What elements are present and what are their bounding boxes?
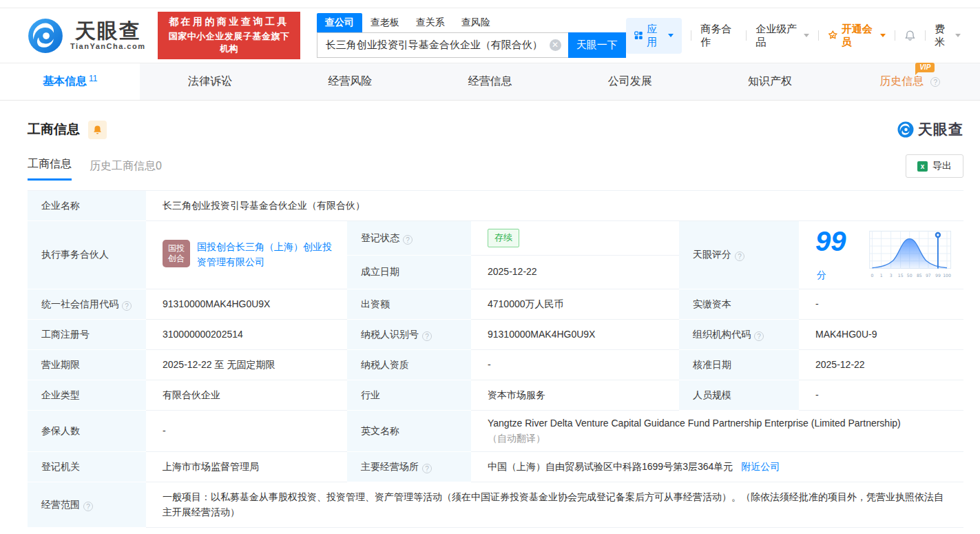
- tab-basic-info-label: 基本信息: [43, 74, 87, 89]
- field-label-taxpayer-id: 纳税人识别号?: [347, 320, 471, 350]
- field-label-english-name: 英文名称: [347, 411, 471, 452]
- help-icon[interactable]: ?: [403, 235, 413, 245]
- field-label-executive-partner: 执行事务合伙人: [28, 221, 146, 289]
- search-button[interactable]: 天眼一下: [568, 32, 626, 58]
- user-menu[interactable]: 费米: [935, 23, 961, 49]
- svg-text:97: 97: [926, 273, 931, 278]
- help-icon[interactable]: ?: [754, 331, 764, 341]
- tab-history-info[interactable]: VIP 历史信息 ?: [840, 63, 980, 100]
- field-label-staff-size: 人员规模: [679, 380, 799, 411]
- reg-status-label: 登记状态: [361, 232, 399, 243]
- field-value-company-type: 有限合伙企业: [146, 380, 347, 411]
- help-icon[interactable]: ?: [422, 331, 432, 341]
- tab-company-development[interactable]: 公司发展: [560, 63, 700, 100]
- open-vip-label: 开通会员: [842, 23, 877, 49]
- score-axis: 0131550859799100: [870, 273, 950, 278]
- divider: [746, 30, 747, 41]
- clear-search-icon[interactable]: ✕: [550, 39, 561, 51]
- section-title: 工商信息: [28, 121, 80, 138]
- score-label: 天眼评分: [693, 249, 731, 260]
- tab-basic-info[interactable]: 基本信息 11: [0, 63, 140, 100]
- field-value-business-address: 中国（上海）自由贸易试验区中科路1699号第3层364单元 附近公司: [471, 452, 963, 482]
- enterprise-label: 企业级产品: [755, 23, 800, 49]
- chevron-down-icon: [804, 34, 809, 37]
- field-label-paid-capital: 实缴资本: [679, 289, 799, 320]
- field-value-credit-code: 91310000MAK4HG0U9X: [146, 289, 347, 320]
- subtab-history-business-info[interactable]: 历史工商信息0: [90, 159, 162, 181]
- help-icon[interactable]: ?: [422, 464, 432, 473]
- promo-line2: 国家中小企业发展子基金旗下机构: [165, 30, 293, 55]
- export-button[interactable]: x 导出: [906, 154, 963, 178]
- tab-legal-proceedings[interactable]: 法律诉讼: [140, 63, 280, 100]
- tianyancha-logo[interactable]: 天眼查 TianYanCha.com: [28, 18, 145, 54]
- taxpayer-id-label: 纳税人识别号: [361, 329, 419, 340]
- main-content: 工商信息 天眼查 工商信息 历史工商信息0 x 导出: [0, 101, 980, 528]
- field-label-capital: 出资额: [347, 289, 471, 320]
- search-tab-boss[interactable]: 查老板: [362, 13, 408, 32]
- header-menu: 应用 商务合作 企业级产品 开通会员 费米: [626, 18, 961, 54]
- status-badge: 存续: [488, 229, 519, 247]
- tab-operating-risk[interactable]: 经营风险: [280, 63, 420, 100]
- open-vip-button[interactable]: 开通会员: [828, 23, 886, 49]
- help-icon[interactable]: ?: [930, 77, 940, 87]
- menu-enterprise-product[interactable]: 企业级产品: [755, 23, 809, 49]
- divider: [925, 30, 926, 41]
- field-label-company-name: 企业名称: [28, 191, 146, 221]
- business-info-table: 企业名称 长三角创业投资引导基金合伙企业（有限合伙） 执行事务合伙人 国投 创合…: [28, 190, 963, 528]
- divider: [818, 30, 819, 41]
- tab-business-info[interactable]: 经营信息: [420, 63, 560, 100]
- org-code-label: 组织机构代码: [693, 329, 751, 340]
- field-value-establish-date: 2025-12-22: [471, 256, 679, 289]
- partner-logo-line1: 国投: [168, 243, 185, 254]
- partner-logo-line2: 创合: [168, 254, 185, 264]
- search-tab-company[interactable]: 查公司: [317, 13, 362, 32]
- vip-badge: VIP: [915, 63, 935, 72]
- nearby-companies-link[interactable]: 附近公司: [741, 461, 780, 472]
- field-value-staff-size: -: [799, 380, 963, 411]
- score-unit: 分: [817, 269, 826, 280]
- monitor-bell-button[interactable]: [88, 121, 107, 139]
- partner-company-link[interactable]: 国投创合长三角（上海）创业投资管理有限公司: [197, 240, 336, 269]
- field-label-org-code: 组织机构代码?: [679, 320, 799, 350]
- field-label-business-term: 营业期限: [28, 350, 146, 380]
- search-tab-relation[interactable]: 查关系: [408, 13, 453, 32]
- search-tab-risk[interactable]: 查风险: [453, 13, 499, 32]
- field-value-insured-count: -: [146, 411, 347, 452]
- apps-menu-button[interactable]: 应用: [626, 18, 682, 54]
- field-value-taxpayer-quality: -: [471, 350, 679, 380]
- watermark-label: 天眼查: [918, 120, 963, 139]
- search-tabs: 查公司 查老板 查关系 查风险: [317, 13, 626, 32]
- header: 天眼查 TianYanCha.com 都在用的商业查询工具 国家中小企业发展子基…: [0, 8, 980, 63]
- field-label-establish-date: 成立日期: [347, 256, 471, 289]
- divider: [691, 30, 691, 41]
- excel-icon: x: [917, 161, 928, 172]
- field-value-business-term: 2025-12-22 至 无固定期限: [146, 350, 347, 380]
- english-name-text: Yangtze River Delta Venture Capital Guid…: [488, 416, 952, 431]
- field-value-reg-status: 存续: [471, 221, 679, 256]
- help-icon[interactable]: ?: [83, 502, 93, 511]
- top-strip: [0, 0, 980, 8]
- tab-label: 知识产权: [748, 74, 792, 89]
- tab-intellectual-property[interactable]: 知识产权: [700, 63, 840, 100]
- help-icon[interactable]: ?: [735, 251, 744, 261]
- auto-translate-note: （自动翻译）: [488, 431, 952, 446]
- subtab-business-info[interactable]: 工商信息: [28, 157, 72, 181]
- field-label-score: 天眼评分?: [679, 221, 799, 289]
- svg-text:3: 3: [889, 273, 892, 278]
- field-label-reg-status: 登记状态?: [347, 221, 471, 256]
- svg-text:99: 99: [935, 273, 941, 278]
- field-label-company-type: 企业类型: [28, 380, 146, 411]
- notification-bell-icon[interactable]: [904, 29, 916, 42]
- partner-logo[interactable]: 国投 创合: [163, 240, 190, 267]
- help-icon[interactable]: ?: [122, 301, 132, 311]
- field-value-reg-authority: 上海市市场监督管理局: [146, 452, 347, 482]
- menu-cooperation[interactable]: 商务合作: [700, 23, 737, 49]
- field-value-capital: 4710000万人民币: [471, 289, 679, 320]
- field-value-paid-capital: -: [799, 289, 963, 320]
- divider: [895, 30, 895, 41]
- search-input[interactable]: [317, 32, 568, 58]
- field-label-reg-number: 工商注册号: [28, 320, 146, 350]
- field-value-company-name: 长三角创业投资引导基金合伙企业（有限合伙）: [146, 191, 963, 221]
- svg-text:0: 0: [870, 273, 873, 278]
- tianyancha-watermark: 天眼查: [897, 120, 963, 139]
